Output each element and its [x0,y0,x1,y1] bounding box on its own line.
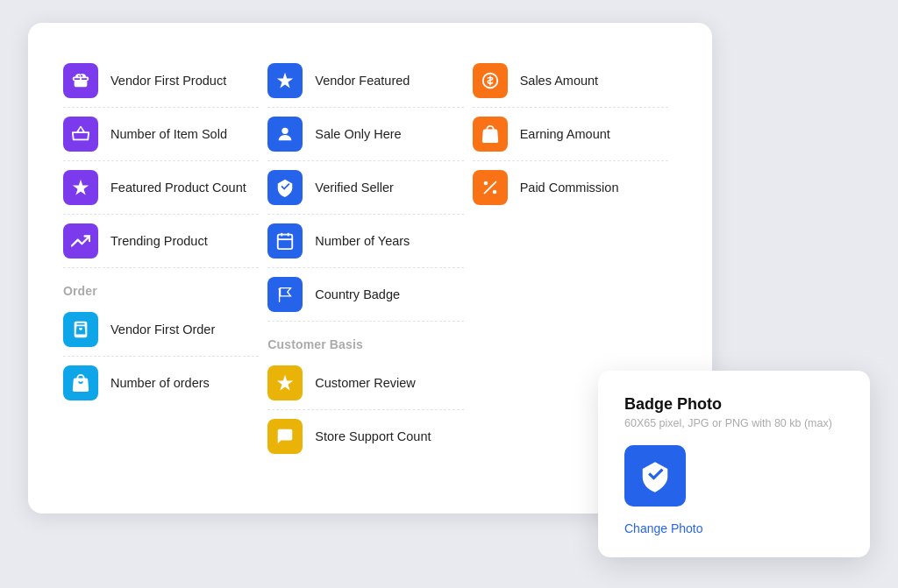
percent-orange-icon [473,170,508,205]
list-item: Paid Commission [473,161,668,214]
list-item: Trending Product [63,215,259,268]
list-item: Sales Amount [473,54,668,108]
item-label: Number of Years [315,234,410,248]
list-item: Country Badge [267,268,463,322]
calendar-shield-icon [267,223,303,259]
item-label: Sales Amount [520,74,598,88]
section-title-customer-basis: Customer Basis [267,337,463,351]
column-2: Vendor Featured Sale Only Here Verified … [267,54,472,463]
trending-icon [63,223,98,259]
list-item: Verified Seller [267,161,463,215]
list-item: Number of orders [63,357,259,409]
list-item: Vendor First Order [63,303,259,357]
item-label: Number of Item Sold [110,127,227,141]
item-label: Earning Amount [520,127,610,141]
svg-point-8 [492,189,496,194]
item-label: Verified Seller [315,181,393,195]
list-item: Number of Item Sold [63,108,259,161]
item-label: Country Badge [315,287,400,301]
list-item: Sale Only Here [267,108,463,161]
star-burst-icon [63,170,98,205]
change-photo-button[interactable]: Change Photo [624,521,703,535]
item-label: Sale Only Here [315,127,401,141]
list-item: Featured Product Count [63,161,259,215]
chat-yellow-icon [267,419,303,454]
item-label: Vendor Featured [315,74,410,88]
item-label: Customer Review [315,376,415,390]
section-title-order: Order [63,284,259,298]
page-container: Vendor First Product Number of Item Sold… [28,23,870,566]
photo-card-title: Badge Photo [624,395,844,414]
item-label: Featured Product Count [110,181,246,195]
badge-columns: Vendor First Product Number of Item Sold… [63,54,677,463]
list-item: Number of Years [267,215,463,268]
check-shield-icon [267,170,303,205]
list-item: Vendor Featured [267,54,463,108]
item-label: Vendor First Order [110,322,215,337]
gift-icon [63,63,98,98]
badge-photo-card: Badge Photo 60X65 pixel, JPG or PNG with… [598,371,870,557]
bag-icon [63,312,98,347]
photo-card-description: 60X65 pixel, JPG or PNG with 80 kb (max) [624,417,844,429]
star-yellow-icon [267,365,303,400]
flag-shield-icon [267,277,303,312]
badge-photo-preview-icon [624,445,686,507]
bag2-icon [63,365,98,400]
item-label: Store Support Count [315,429,431,443]
svg-point-7 [483,181,488,185]
item-label: Number of orders [110,376,210,390]
user-shield-icon [267,117,303,152]
bag-orange-icon [473,117,508,152]
svg-rect-1 [278,234,293,249]
list-item: Store Support Count [267,410,463,463]
item-label: Paid Commission [520,181,619,195]
list-item: Vendor First Product [63,54,259,108]
list-item: Customer Review [267,357,463,410]
svg-point-0 [282,127,289,133]
star-shield-icon [267,63,303,98]
item-label: Trending Product [110,234,208,248]
item-label: Vendor First Product [110,74,226,88]
list-item: Earning Amount [473,108,668,161]
basket-icon [63,117,98,152]
dollar-orange-icon [473,63,508,98]
column-1: Vendor First Product Number of Item Sold… [63,54,267,463]
